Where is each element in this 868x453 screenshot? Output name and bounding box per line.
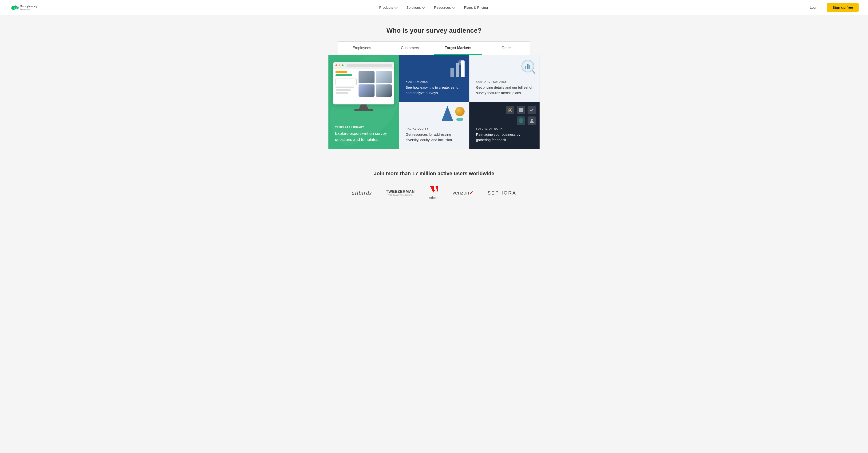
shapes-illustration — [441, 106, 465, 121]
card-racial-text: RACIAL EQUITY Get resources for addressi… — [406, 127, 462, 143]
audience-section: Who is your survey audience? Employees C… — [0, 15, 868, 156]
future-icons — [506, 106, 536, 114]
svg-rect-24 — [519, 110, 521, 112]
svg-rect-17 — [529, 65, 530, 69]
card-template-text: TEMPLATE LIBRARY Explore expert-written … — [335, 126, 392, 143]
svg-point-10 — [16, 8, 17, 8]
card-how-it-works[interactable]: ✓ HOW IT WORKS See how easy it is to cre… — [399, 55, 469, 102]
grid-icon — [517, 106, 525, 114]
checkmark-icon — [528, 106, 536, 114]
card-future-text: FUTURE OF WORK Reimagine your business b… — [476, 127, 533, 143]
navbar: SurveyMonkey by momentive Products Solut… — [0, 0, 868, 15]
join-section: Join more than 17 million active users w… — [0, 156, 868, 209]
card-compare-features[interactable]: COMPARE FEATURES Get pricing details and… — [469, 55, 539, 102]
tweezerman-logo: TWEEZERMAN The Beauty Tool Experts — [386, 189, 415, 196]
svg-text:SurveyMonkey: SurveyMonkey — [20, 5, 38, 7]
chevron-down-icon — [452, 5, 455, 9]
join-title: Join more than 17 million active users w… — [5, 171, 863, 177]
section-title: Who is your survey audience? — [5, 27, 863, 34]
nav-resources[interactable]: Resources — [430, 3, 459, 11]
svg-rect-21 — [510, 109, 510, 111]
chevron-down-icon — [422, 5, 425, 9]
hexagon-icon — [506, 106, 515, 114]
nav-solutions[interactable]: Solutions — [403, 3, 428, 11]
teal-hex-icon — [517, 116, 525, 125]
login-button[interactable]: Log in — [806, 3, 823, 11]
navbar-actions: Log in Sign up free — [806, 3, 859, 12]
brand-logos-row: allbirds TWEEZERMAN The Beauty Tool Expe… — [5, 186, 863, 200]
tab-customers[interactable]: Customers — [386, 41, 434, 55]
svg-rect-23 — [521, 108, 523, 110]
cone-shape — [441, 106, 453, 121]
svg-rect-15 — [525, 66, 526, 69]
svg-text:by momentive: by momentive — [20, 8, 30, 10]
svg-point-5 — [11, 7, 12, 8]
svg-rect-25 — [521, 110, 523, 112]
logo[interactable]: SurveyMonkey by momentive — [9, 3, 47, 12]
adobe-logo: Adobe — [429, 186, 438, 200]
tab-other[interactable]: Other — [482, 41, 530, 55]
card-compare-text: COMPARE FEATURES Get pricing details and… — [476, 80, 533, 95]
card-future-of-work[interactable]: FUTURE OF WORK Reimagine your business b… — [469, 102, 539, 149]
card-racial-equity[interactable]: RACIAL EQUITY Get resources for addressi… — [399, 102, 469, 149]
allbirds-logo: allbirds — [351, 189, 372, 197]
svg-line-18 — [532, 71, 535, 73]
svg-marker-26 — [519, 118, 523, 123]
svg-point-9 — [14, 8, 14, 8]
chevron-down-icon — [395, 5, 398, 9]
sphere-shape — [455, 107, 465, 116]
future-icons-row2 — [517, 116, 536, 125]
sephora-logo: SEPHORA — [488, 190, 517, 196]
navbar-links: Products Solutions Resources Plans & Pri… — [61, 3, 806, 11]
magnifier-illustration — [520, 59, 536, 76]
card-template-library[interactable]: TEMPLATE LIBRARY Explore expert-written … — [329, 55, 399, 149]
tab-employees[interactable]: Employees — [338, 41, 386, 55]
chart-illustration: ✓ — [451, 59, 465, 78]
svg-rect-20 — [509, 110, 510, 111]
svg-point-6 — [18, 7, 19, 8]
monitor-illustration — [333, 62, 394, 111]
svg-rect-16 — [527, 64, 528, 69]
teal-shape — [456, 118, 463, 121]
cards-grid: TEMPLATE LIBRARY Explore expert-written … — [328, 55, 540, 149]
main-content: Who is your survey audience? Employees C… — [0, 15, 868, 453]
nav-plans-pricing[interactable]: Plans & Pricing — [460, 3, 492, 11]
card-how-text: HOW IT WORKS See how easy it is to creat… — [406, 80, 462, 95]
tab-target-markets[interactable]: Target Markets — [434, 41, 482, 55]
svg-rect-22 — [519, 108, 521, 110]
audience-tabs: Employees Customers Target Markets Other — [338, 41, 530, 55]
nav-products[interactable]: Products — [375, 3, 401, 11]
person-icon — [528, 116, 536, 125]
verizon-logo: verizon✓ — [453, 190, 473, 196]
signup-button[interactable]: Sign up free — [827, 3, 859, 12]
svg-point-27 — [531, 119, 533, 121]
